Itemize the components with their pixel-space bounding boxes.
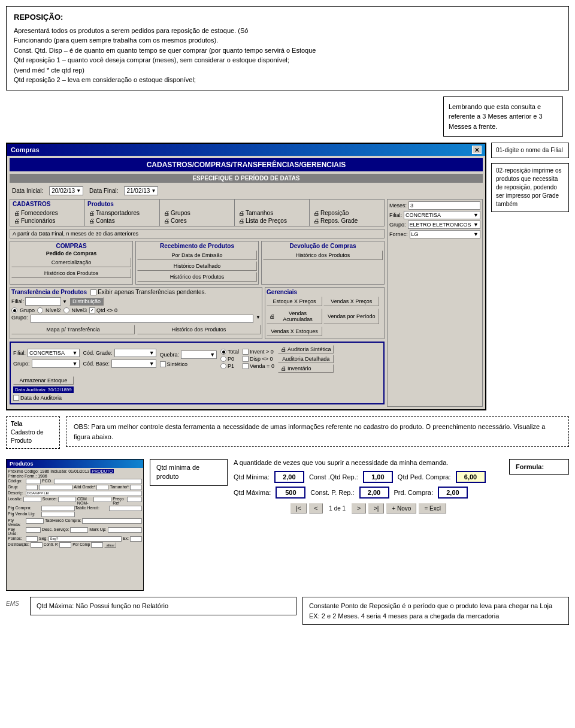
sintetico-checkbox[interactable]: [160, 361, 166, 367]
mg-1-input[interactable]: [41, 506, 74, 511]
tamanhos-link[interactable]: 🖨 Tamanhos: [237, 209, 307, 217]
exibir-checkbox[interactable]: [90, 289, 96, 295]
transportadores-link[interactable]: 🖨 Transportadores: [87, 209, 157, 217]
distribuicao-btn[interactable]: Distribuição: [69, 297, 104, 306]
qtd-ped-compra-input[interactable]: 6,00: [456, 471, 486, 483]
date-inicial-input[interactable]: 20/02/13 ▼: [49, 186, 83, 195]
auditoria-detalhada-btn[interactable]: Auditoria Detalhada: [278, 355, 334, 363]
excl-btn[interactable]: = Excl: [419, 503, 446, 513]
const-qtd-rep-input[interactable]: 1,00: [363, 471, 393, 483]
auditoria-sintetica-btn[interactable]: 🖨 Auditoria Sintética: [278, 345, 334, 354]
cod-base-arrow[interactable]: ▼: [149, 361, 155, 367]
tabvenda-input[interactable]: [82, 518, 142, 524]
venda-check[interactable]: Venda = 0: [243, 363, 274, 369]
total-radio[interactable]: Total: [220, 349, 239, 355]
prd-compra-input[interactable]: 2,00: [438, 487, 468, 499]
ex-input[interactable]: [130, 536, 142, 542]
nivel2-radio[interactable]: [37, 307, 43, 313]
fornecedores-link[interactable]: 🖨 Fornecedores: [13, 209, 82, 217]
nivel3-radio[interactable]: [63, 307, 69, 313]
pontos-input[interactable]: [26, 536, 38, 542]
exibir-pendentes-check[interactable]: Exibir apenas Transferências pendentes.: [90, 289, 206, 295]
date-inicial-arrow[interactable]: ▼: [76, 188, 81, 194]
qtd-diff-check[interactable]: Qtd <> 0: [89, 307, 117, 313]
historico-produtos-btn3[interactable]: Histórico dos Produtos: [263, 250, 383, 260]
grupo-radio[interactable]: [11, 307, 17, 313]
sintetico-check[interactable]: Sintético: [160, 361, 217, 367]
meses-input[interactable]: [408, 201, 480, 210]
p0-radio-btn[interactable]: [220, 356, 226, 362]
grupo-arrow[interactable]: ▼: [473, 222, 479, 228]
f-desc-input[interactable]: DOAK/PP LEI: [26, 491, 142, 496]
contas-link[interactable]: 🖨 Contas: [87, 217, 157, 225]
grupo-filter-select[interactable]: ▼: [32, 360, 80, 368]
quebra-select[interactable]: ▼: [181, 351, 217, 359]
funcionarios-link[interactable]: 🖨 Funcionários: [13, 217, 82, 225]
lista-precos-link[interactable]: 🖨 Lista de Preços: [237, 217, 307, 225]
qtd-maxima-input[interactable]: 500: [276, 487, 305, 499]
grupos-link[interactable]: 🖨 Grupos: [162, 209, 232, 217]
estoque-precos-btn[interactable]: Estoque X Preços: [267, 297, 322, 306]
historico-produtos-btn1[interactable]: Histórico dos Produtos: [11, 268, 131, 278]
cod-grade-arrow[interactable]: ▼: [149, 350, 155, 356]
dist-3[interactable]: [91, 542, 103, 548]
mg-3-input[interactable]: [41, 512, 74, 517]
last-btn[interactable]: >|: [368, 503, 384, 513]
vendas-acumuladas-btn[interactable]: 🖨 Vendas Acumuladas: [267, 309, 322, 324]
cod-grade-select[interactable]: ▼: [114, 349, 156, 357]
invent-checkbox[interactable]: [243, 349, 249, 355]
disp-checkbox[interactable]: [243, 356, 249, 362]
vendas-estoques-btn[interactable]: Vendas X Estoques: [267, 327, 322, 336]
p1-radio-btn[interactable]: [220, 363, 226, 369]
p1-radio[interactable]: P1: [220, 363, 239, 369]
reposicao-link[interactable]: 🖨 Reposição: [312, 209, 382, 217]
qtd-diff-checkbox[interactable]: [89, 307, 95, 313]
total-radio-btn[interactable]: [220, 349, 226, 355]
first-btn[interactable]: |<: [290, 503, 306, 513]
qtd-minima-input[interactable]: 2,00: [274, 471, 304, 483]
ean-input[interactable]: [26, 527, 41, 533]
historico-produtos-btn4[interactable]: Histórico dos Produtos: [137, 325, 261, 334]
const-p-rep-input[interactable]: 2,00: [359, 487, 389, 499]
seg-input[interactable]: Seg?: [49, 536, 121, 542]
grupo-select-panel[interactable]: ELETRO ELETRONICOS ▼: [408, 220, 480, 229]
date-final-input[interactable]: 21/02/13 ▼: [124, 186, 158, 195]
dist-2[interactable]: [59, 542, 71, 548]
f-disp-input[interactable]: [93, 497, 111, 502]
mapa-transfer-btn[interactable]: Mapa p/ Transferência: [11, 325, 135, 334]
p0-radio[interactable]: P0: [220, 356, 239, 362]
historico-detalhado-btn[interactable]: Histórico Detalhado: [137, 261, 257, 271]
grupo-filter-arrow[interactable]: ▼: [72, 361, 78, 367]
mg-2-input[interactable]: [109, 506, 142, 511]
novo-btn[interactable]: + Novo: [386, 503, 416, 513]
filial-filter-select[interactable]: CONCRETISA ▼: [28, 349, 80, 357]
f-pco-input[interactable]: [54, 479, 142, 484]
quebra-arrow[interactable]: ▼: [210, 352, 215, 358]
filial-select[interactable]: CONCRETISA ▼: [404, 211, 480, 219]
repos-grade-link[interactable]: 🖨 Repos. Grade: [312, 217, 382, 225]
cores-link[interactable]: 🖨 Cores: [162, 217, 232, 225]
pfy-input[interactable]: [26, 518, 44, 524]
vendas-precos-btn[interactable]: Vendas X Preços: [323, 297, 379, 306]
f-source-input[interactable]: [58, 497, 76, 502]
por-data-emissao-btn[interactable]: Por Data de Emissão: [137, 250, 257, 260]
dropdown-arrow-filial2[interactable]: ▼: [62, 299, 67, 304]
f-prec-input[interactable]: [127, 497, 142, 502]
close-button[interactable]: ✕: [472, 146, 482, 154]
filial-filter-arrow[interactable]: ▼: [72, 350, 78, 356]
altrar-btn[interactable]: altrar: [104, 542, 116, 548]
grupo-input2[interactable]: [31, 315, 254, 323]
venda-checkbox[interactable]: [243, 363, 249, 369]
mark-input[interactable]: [108, 527, 142, 533]
dist-1[interactable]: [31, 542, 43, 548]
f-grupo-input[interactable]: [26, 485, 38, 490]
f-altgrade-input[interactable]: [96, 485, 108, 490]
vendas-periodo-btn[interactable]: Vendas por Período: [323, 309, 379, 324]
fornec-select[interactable]: LG ▼: [410, 230, 480, 238]
comercializacao-btn[interactable]: Comercialização: [11, 258, 131, 267]
f-tamanho-input[interactable]: [130, 485, 142, 490]
data-auditoria-check[interactable]: Data de Auditoria: [13, 395, 74, 401]
filial-arrow[interactable]: ▼: [473, 212, 479, 218]
fornec-arrow[interactable]: ▼: [473, 231, 479, 237]
armazenar-btn[interactable]: Armazenar Estoque: [13, 376, 74, 385]
